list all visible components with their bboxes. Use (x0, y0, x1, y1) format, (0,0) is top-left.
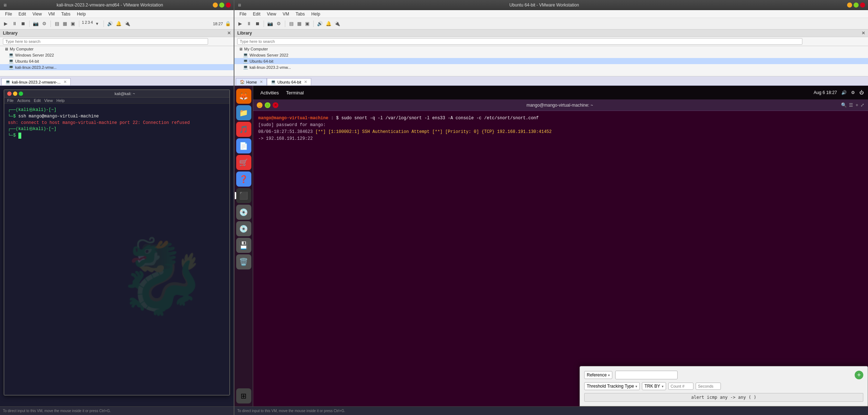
dock-help[interactable]: ❓ (236, 171, 251, 187)
right-toolbar-view3-icon[interactable]: ▣ (304, 20, 311, 27)
right-tree-winserver[interactable]: 💻 Windows Server 2022 (234, 52, 868, 58)
toolbar-settings-icon[interactable]: ⚙ (41, 20, 48, 27)
ubuntu-term-maximize[interactable]: □ (265, 102, 270, 108)
left-menu-edit[interactable]: Edit (16, 11, 29, 17)
left-close-btn[interactable] (226, 3, 231, 8)
left-menu-view[interactable]: View (30, 11, 45, 17)
left-menu-vm[interactable]: VM (45, 11, 58, 17)
right-menu-help[interactable]: Help (308, 11, 323, 17)
toolbar-lock-icon[interactable]: 🔒 (224, 20, 232, 27)
ubuntu-term-search-icon[interactable]: 🔍 (841, 102, 847, 108)
toolbar-view2-icon[interactable]: ▦ (61, 20, 69, 27)
right-menu-view[interactable]: View (264, 11, 279, 17)
threshold-tracking-select[interactable]: Threshold Tracking Type ▾ (584, 382, 640, 390)
right-menu-vm[interactable]: VM (280, 11, 292, 17)
right-toolbar-pause-icon[interactable]: ⏸ (245, 20, 252, 27)
left-library-close-icon[interactable]: ✕ (227, 31, 231, 36)
right-toolbar-view1-icon[interactable]: ▤ (288, 20, 295, 27)
right-tree-kali[interactable]: 💻 kali-linux-2023.2-vmw... (234, 64, 868, 70)
right-library-close-icon[interactable]: ✕ (862, 31, 865, 36)
toolbar-snapshot-icon[interactable]: 📷 (32, 20, 39, 27)
kali-tmenu-view[interactable]: View (44, 98, 53, 103)
kali-tmenu-actions[interactable]: Actions (17, 98, 30, 103)
toolbar-usb-icon[interactable]: 🔌 (124, 20, 131, 27)
ubuntu-term-close[interactable]: ✕ (273, 102, 278, 108)
right-close-btn[interactable] (860, 3, 865, 8)
right-toolbar-audio-icon[interactable]: 🔊 (316, 20, 323, 27)
toolbar-view3-icon[interactable]: ▣ (69, 20, 76, 27)
right-menu-file[interactable]: File (237, 11, 249, 17)
reference-select[interactable]: Reference ▾ (584, 371, 612, 379)
toolbar-pause-icon[interactable]: ⏸ (11, 20, 18, 27)
kali-tmenu-edit[interactable]: Edit (34, 98, 41, 103)
toolbar-menu-icon[interactable]: ▾ (94, 20, 101, 27)
toolbar-view1-icon[interactable]: ▤ (53, 20, 61, 27)
topbar-settings-icon[interactable]: ⚙ (851, 90, 855, 95)
reference-input[interactable] (615, 371, 677, 379)
seconds-input[interactable] (696, 383, 721, 390)
toolbar-audio-icon[interactable]: 🔊 (106, 20, 114, 27)
ubuntu-terminal-body[interactable]: mango@mango-virtual-machine : $ sudo sno… (253, 111, 868, 406)
right-toolbar-stop-icon[interactable]: ⏹ (254, 20, 261, 27)
left-menu-tabs[interactable]: Tabs (58, 11, 73, 17)
right-menu-tabs[interactable]: Tabs (293, 11, 308, 17)
right-toolbar-usb-icon[interactable]: 🔌 (334, 20, 341, 27)
activities-button[interactable]: Activities (257, 89, 282, 97)
right-tree-mycomputer[interactable]: 🖥 My Computer (234, 46, 868, 52)
kali-tmenu-help[interactable]: Help (56, 98, 65, 103)
right-toolbar-notification-icon[interactable]: 🔔 (325, 20, 332, 27)
left-tree-kali[interactable]: 💻 kali-linux-2023.2-vmw... (0, 64, 234, 70)
kali-tmenu-file[interactable]: File (7, 98, 14, 103)
dock-files[interactable]: 📁 (236, 105, 251, 120)
dock-disk1[interactable]: 💿 (236, 205, 251, 220)
left-minimize-btn[interactable] (213, 3, 218, 8)
dock-disk2[interactable]: 💿 (236, 221, 251, 236)
right-home-tab-close[interactable]: ✕ (260, 80, 263, 84)
right-minimize-btn[interactable] (847, 3, 852, 8)
ubuntu-term-new-icon[interactable]: + (855, 102, 858, 108)
left-menu-file[interactable]: File (2, 11, 15, 17)
add-reference-button[interactable]: + (855, 371, 863, 379)
reference-label: Reference (587, 372, 607, 378)
right-toolbar-power-icon[interactable]: ▶ (237, 20, 244, 27)
dock-docs[interactable]: 📄 (236, 138, 251, 153)
right-home-tab[interactable]: 🏠 Home ✕ (236, 78, 267, 85)
right-toolbar-settings-icon[interactable]: ⚙ (275, 20, 282, 27)
dock-save[interactable]: 💾 (236, 238, 251, 253)
toolbar-stop-icon[interactable]: ⏹ (19, 20, 27, 27)
right-search-input[interactable] (237, 38, 802, 45)
right-menu-edit[interactable]: Edit (250, 11, 263, 17)
topbar-audio-icon[interactable]: 🔊 (841, 90, 847, 95)
toolbar-notification-icon[interactable]: 🔔 (115, 20, 122, 27)
right-ubuntu-tab-close[interactable]: ✕ (304, 80, 307, 84)
ubuntu-term-expand-icon[interactable]: ⤢ (860, 102, 864, 108)
left-vm-screen[interactable]: kali@kali: ~ File Actions Edit View Help… (0, 86, 234, 406)
kali-terminal-body[interactable]: ┌──(kali㉿kali)-[~] └─$ ssh mango@mango-v… (4, 104, 229, 395)
dock-firefox[interactable]: 🦊 (236, 89, 251, 104)
topbar-power-icon[interactable]: ⏻ (859, 90, 864, 95)
left-menu-help[interactable]: Help (74, 11, 89, 17)
left-tree-ubuntu[interactable]: 💻 Ubuntu 64-bit (0, 58, 234, 64)
dock-terminal[interactable]: ⬛ (236, 188, 251, 203)
ubuntu-term-menu-icon[interactable]: ☰ (849, 102, 853, 108)
right-tree-ubuntu[interactable]: 💻 Ubuntu 64-bit (234, 58, 868, 64)
count-input[interactable] (668, 383, 693, 390)
left-kali-tab[interactable]: 💻 kali-linux-2023.2-vmware-... ✕ (1, 78, 71, 85)
ubuntu-term-minimize[interactable]: _ (257, 102, 263, 108)
right-toolbar-snapshot-icon[interactable]: 📷 (266, 20, 274, 27)
left-maximize-btn[interactable] (219, 3, 224, 8)
right-ubuntu-tab[interactable]: 💻 Ubuntu 64-bit ✕ (267, 78, 311, 85)
trk-by-select[interactable]: TRK BY ▾ (642, 382, 666, 390)
right-toolbar-view2-icon[interactable]: ▦ (296, 20, 303, 27)
dock-music[interactable]: 🎵 (236, 122, 251, 137)
left-kali-tab-close[interactable]: ✕ (63, 80, 67, 84)
left-tree-winserver[interactable]: 💻 Windows Server 2022 (0, 52, 234, 58)
left-tree-mycomputer[interactable]: 🖥 My Computer (0, 46, 234, 52)
dock-apps[interactable]: ⊞ (236, 388, 251, 403)
toolbar-power-icon[interactable]: ▶ (2, 20, 9, 27)
right-ubuntu-area[interactable]: 🦊 📁 🎵 📄 🛒 ❓ ⬛ 💿 💿 💾 🗑️ ⊞ Activities (234, 86, 868, 406)
dock-trash[interactable]: 🗑️ (236, 254, 251, 269)
left-search-input[interactable] (3, 38, 208, 45)
dock-software[interactable]: 🛒 (236, 155, 251, 170)
right-maximize-btn[interactable] (854, 3, 859, 8)
